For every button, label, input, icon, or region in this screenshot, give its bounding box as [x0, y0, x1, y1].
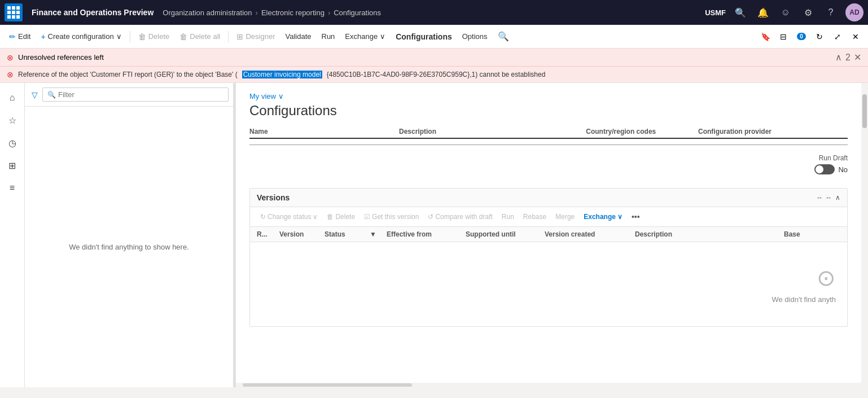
versions-header: Versions -- -- ∧ — [250, 189, 847, 207]
left-panel-empty: We didn't find anything to show here. — [25, 107, 233, 387]
error-chevron-icon[interactable]: ∧ — [835, 52, 842, 63]
avatar[interactable]: AD — [845, 3, 863, 21]
view-selector[interactable]: My view ∨ — [249, 92, 848, 100]
top-nav: Finance and Operations Preview Organizat… — [0, 0, 868, 25]
versions-exchange-button[interactable]: Exchange ∨ — [580, 211, 626, 222]
filter-input-wrap: 🔍 — [42, 88, 229, 102]
app-title: Finance and Operations Preview — [25, 8, 160, 17]
change-status-button[interactable]: ↻ Change status ∨ — [257, 211, 321, 222]
create-config-chevron-icon: ∨ — [116, 32, 122, 41]
search-nav-icon[interactable]: 🔍 — [733, 5, 748, 20]
versions-exchange-chevron-icon: ∨ — [617, 213, 622, 221]
close-toolbar-icon[interactable]: ✕ — [848, 29, 863, 45]
sidebar-grid-icon[interactable]: ⊞ — [2, 155, 23, 176]
rebase-button[interactable]: Rebase — [520, 211, 550, 222]
help-icon[interactable]: ? — [823, 5, 839, 20]
error-count: 2 — [845, 53, 851, 63]
error-close-icon[interactable]: ✕ — [854, 52, 861, 63]
bookmark-icon[interactable]: 🔖 — [757, 29, 773, 45]
left-sidebar: ⌂ ☆ ◷ ⊞ ≡ — [0, 83, 25, 387]
smiley-icon[interactable]: ☺ — [778, 5, 794, 20]
configurations-button[interactable]: Configurations — [391, 30, 457, 43]
tenant-label: USMF — [705, 8, 726, 17]
ver-col-base: Base — [784, 230, 840, 238]
open-new-icon[interactable]: ⤢ — [830, 29, 845, 45]
error-detail-post: {4850C10B-1B7C-4AD0-98F9-26E3705C959C},1… — [327, 71, 546, 78]
sidebar-clock-icon[interactable]: ◷ — [2, 133, 23, 153]
sidebar-home-icon[interactable]: ⌂ — [2, 88, 23, 108]
get-this-version-button[interactable]: ☑ Get this version — [361, 211, 422, 222]
app-grid-button[interactable] — [5, 3, 23, 21]
options-button[interactable]: Options — [458, 30, 492, 43]
ver-col-description: Description — [635, 230, 784, 238]
versions-title: Versions — [257, 193, 817, 202]
filter-search-icon: 🔍 — [47, 91, 56, 99]
run-draft-toggle[interactable] — [814, 164, 835, 174]
view-label: My view — [249, 92, 276, 100]
filter-description[interactable] — [399, 143, 586, 145]
error-close-area: ∧ 2 ✕ — [835, 52, 861, 63]
top-nav-right: USMF 🔍 🔔 ☺ ⚙ ? AD — [705, 3, 863, 21]
change-status-icon: ↻ — [260, 213, 266, 221]
col-header-country: Country/region codes — [586, 128, 698, 135]
columns-icon[interactable]: ⊟ — [775, 29, 791, 45]
notification-icon[interactable]: 🔔 — [755, 5, 771, 20]
right-content-inner: My view ∨ Configurations Name Descriptio… — [236, 83, 861, 383]
edit-button[interactable]: ✏ Edit — [5, 30, 35, 43]
sidebar-star-icon[interactable]: ☆ — [2, 110, 23, 130]
versions-dash-1: -- — [817, 194, 822, 202]
versions-toolbar: ↻ Change status ∨ 🗑 Delete ☑ Get this ve… — [250, 207, 847, 227]
filter-input[interactable] — [58, 90, 223, 99]
validate-button[interactable]: Validate — [280, 30, 315, 43]
left-panel: ▽ 🔍 We didn't find anything to show here… — [25, 83, 234, 387]
error-circle-icon: ⊗ — [7, 53, 14, 62]
filter-funnel-icon[interactable]: ▽ — [29, 88, 40, 102]
breadcrumb-electronic-reporting[interactable]: Electronic reporting — [261, 8, 325, 17]
scrollbar-thumb[interactable] — [862, 94, 867, 128]
error-detail-pre: Reference of the object 'Customer FTI re… — [18, 71, 238, 78]
toolbar-right-icons: 🔖 ⊟ 0 ↻ ⤢ ✕ — [757, 29, 863, 45]
merge-button[interactable]: Merge — [552, 211, 578, 222]
toolbar-sep-2 — [228, 31, 229, 42]
compare-with-draft-button[interactable]: ↺ Compare with draft — [424, 211, 496, 222]
create-configuration-button[interactable]: + Create configuration ∨ — [36, 30, 126, 43]
view-chevron-icon: ∨ — [278, 92, 284, 100]
settings-icon[interactable]: ⚙ — [800, 5, 816, 20]
versions-more-button[interactable]: ••• — [628, 211, 643, 223]
ver-col-filter-icon[interactable]: ▼ — [370, 230, 387, 238]
versions-header-right: -- -- ∧ — [817, 194, 840, 202]
horizontal-scrollbar[interactable] — [236, 383, 861, 387]
change-status-chevron-icon: ∨ — [313, 213, 318, 221]
versions-run-button[interactable]: Run — [498, 211, 518, 222]
versions-empty-text: We didn't find anyth — [771, 295, 836, 304]
versions-trash-icon: 🗑 — [327, 213, 334, 221]
designer-button[interactable]: ⊞ Designer — [232, 30, 279, 43]
toolbar-search-icon[interactable]: 🔍 — [493, 29, 514, 44]
exchange-button[interactable]: Exchange ∨ — [340, 30, 390, 43]
breadcrumb-org-admin[interactable]: Organization administration — [163, 8, 252, 17]
ver-col-status: Status — [325, 230, 370, 238]
versions-collapse-icon[interactable]: ∧ — [835, 194, 840, 202]
left-panel-toolbar: ▽ 🔍 — [25, 83, 233, 107]
run-draft-section: Run Draft No — [249, 154, 848, 174]
scroll-track[interactable] — [243, 383, 412, 387]
versions-dash-2: -- — [826, 194, 831, 202]
filter-provider[interactable] — [698, 143, 848, 145]
filter-country[interactable] — [586, 143, 698, 145]
vertical-scrollbar[interactable] — [861, 83, 868, 387]
run-draft-value: No — [838, 165, 848, 174]
delete-all-button[interactable]: 🗑 Delete all — [175, 30, 225, 43]
refresh-icon[interactable]: ↻ — [812, 29, 827, 45]
breadcrumb-sep-1: › — [256, 8, 258, 17]
filter-name[interactable] — [249, 143, 399, 145]
config-filter-row — [249, 143, 848, 145]
notification-badge-btn[interactable]: 0 — [794, 29, 809, 45]
col-header-name: Name — [249, 128, 399, 135]
run-button[interactable]: Run — [317, 30, 340, 43]
versions-delete-button[interactable]: 🗑 Delete — [323, 211, 358, 222]
delete-button[interactable]: 🗑 Delete — [134, 30, 174, 43]
breadcrumb-configurations[interactable]: Configurations — [334, 8, 381, 17]
delete-all-icon: 🗑 — [179, 32, 187, 41]
sidebar-list-icon[interactable]: ≡ — [2, 178, 23, 198]
versions-empty: ⊙ We didn't find anyth — [250, 242, 847, 326]
